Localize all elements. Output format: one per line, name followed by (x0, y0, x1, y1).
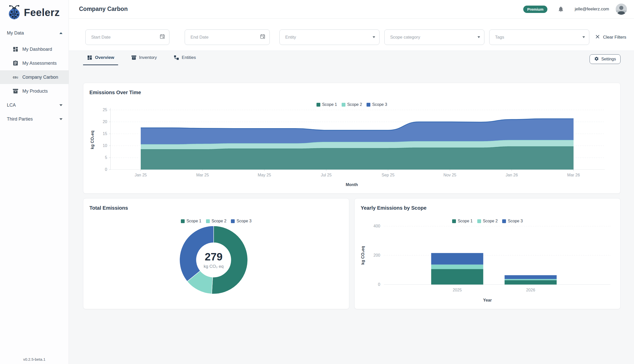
calendar-icon (260, 34, 265, 41)
co2-icon: co₂ (12, 74, 19, 80)
svg-text:Nov 25: Nov 25 (443, 173, 456, 177)
svg-text:Jan 26: Jan 26 (506, 173, 518, 177)
brand-logo[interactable]: Feelerz (8, 4, 60, 21)
svg-text:Jul 25: Jul 25 (321, 173, 332, 177)
avatar[interactable] (616, 4, 627, 15)
archive-box-icon (12, 88, 19, 94)
filter-toolbar: Entity Scope category Tags Clear Filters (69, 19, 634, 51)
gear-icon (594, 56, 599, 62)
stacked-area-chart: 0510152025Jan 25Mar 25May 25Jul 25Sep 25… (83, 83, 621, 194)
tab-label: Overview (95, 55, 114, 60)
sidebar-item-my-products[interactable]: My Products (0, 84, 69, 98)
clear-filters-label: Clear Filters (603, 35, 626, 40)
yearly-emissions-card: Yearly Emissions by Scope Scope 1 Scope … (354, 198, 621, 309)
tags-select-value: Tags (495, 35, 582, 40)
nav-item-label: Company Carbon (22, 75, 58, 80)
svg-text:Sep 25: Sep 25 (382, 173, 394, 177)
y-axis-label: kg CO₂eq (361, 246, 365, 265)
nav-item-label: My Dashboard (22, 47, 52, 52)
page-title: Company Carbon (79, 6, 128, 12)
sidebar-item-my-dashboard[interactable]: My Dashboard (0, 42, 69, 56)
archive-box-icon (131, 55, 137, 60)
total-emissions-unit: kg CO₂ eq (204, 264, 224, 269)
emissions-over-time-card: Emissions Over Time Scope 1 Scope 2 Scop… (83, 83, 621, 194)
tabs-row: Overview Inventory Entities (69, 51, 634, 70)
svg-text:10: 10 (103, 143, 107, 148)
svg-text:25: 25 (103, 108, 107, 112)
brand-name: Feelerz (24, 7, 60, 18)
sidebar-item-company-carbon[interactable]: co₂ Company Carbon (0, 70, 69, 84)
entity-select-value: Entity (285, 35, 373, 40)
dashboard-grid-icon (87, 55, 92, 60)
sidebar: Feelerz My Data My Dashboard My Assessme… (0, 0, 69, 364)
top-header: Company Carbon Premium jelle@feelerz.com (69, 0, 634, 19)
clear-filters-button[interactable]: Clear Filters (595, 29, 626, 45)
end-date-field[interactable] (191, 35, 260, 40)
scope-category-select[interactable]: Scope category (384, 29, 484, 45)
y-axis-label: kg CO₂eq (90, 131, 95, 149)
total-emissions-value: 279 (204, 251, 224, 263)
premium-badge: Premium (523, 6, 547, 13)
svg-text:400: 400 (373, 224, 380, 228)
svg-text:May 25: May 25 (258, 173, 271, 177)
tab-label: Entities (182, 55, 196, 60)
clipboard-icon (12, 60, 19, 67)
svg-text:15: 15 (103, 131, 107, 136)
close-icon (595, 34, 600, 40)
app-version: v0.2.5-beta.1 (0, 357, 69, 361)
svg-text:200: 200 (373, 253, 380, 257)
ladybug-logo-icon (8, 4, 21, 21)
tab-inventory[interactable]: Inventory (127, 51, 161, 65)
x-axis-label: Year (355, 298, 620, 303)
start-date-input[interactable] (85, 29, 169, 45)
tab-label: Inventory (139, 55, 157, 60)
svg-text:Jan 25: Jan 25 (135, 173, 147, 177)
tab-overview[interactable]: Overview (83, 51, 118, 65)
svg-text:Mar 25: Mar 25 (196, 173, 209, 177)
svg-text:0: 0 (105, 167, 107, 172)
chevron-up-icon (59, 32, 62, 34)
sidebar-group-lca[interactable]: LCA (0, 101, 69, 110)
scope-category-select-value: Scope category (390, 35, 478, 40)
settings-label: Settings (601, 57, 616, 61)
donut-center: 279 kg CO₂ eq (204, 251, 224, 269)
group-label: My Data (7, 30, 24, 36)
chevron-down-icon (373, 36, 375, 38)
total-emissions-card: Total Emissions Scope 1 Scope 2 Scope 3 … (83, 198, 349, 309)
entity-select[interactable]: Entity (279, 29, 379, 45)
svg-text:0: 0 (378, 282, 380, 287)
main-content: Overview Inventory Entities (69, 51, 634, 364)
tags-select[interactable]: Tags (489, 29, 589, 45)
stacked-bar-chart: 020040020252026 (355, 198, 621, 309)
header-right-cluster: Premium jelle@feelerz.com (523, 0, 627, 18)
svg-text:20: 20 (103, 120, 107, 124)
x-axis-label: Month (83, 183, 620, 187)
chevron-down-icon (59, 104, 62, 106)
nav-item-label: My Products (22, 89, 48, 94)
hierarchy-icon (174, 55, 179, 60)
user-email[interactable]: jelle@feelerz.com (575, 7, 609, 12)
tab-entities[interactable]: Entities (170, 51, 200, 65)
group-label: Third Parties (7, 117, 33, 122)
sidebar-group-my-data[interactable]: My Data (0, 28, 69, 38)
sidebar-item-my-assessments[interactable]: My Assessments (0, 56, 69, 70)
chevron-down-icon (582, 36, 585, 38)
svg-text:5: 5 (105, 155, 107, 160)
chevron-down-icon (478, 36, 480, 38)
svg-text:Mar 26: Mar 26 (567, 173, 580, 177)
nav-item-label: My Assessments (22, 61, 57, 66)
settings-button[interactable]: Settings (590, 54, 621, 64)
group-label: LCA (7, 103, 16, 108)
notifications-bell-icon[interactable] (558, 6, 564, 12)
calendar-icon (160, 34, 165, 41)
end-date-input[interactable] (185, 29, 270, 45)
dashboard-grid-icon (12, 46, 19, 53)
sidebar-group-third-parties[interactable]: Third Parties (0, 114, 69, 124)
svg-text:2026: 2026 (526, 288, 535, 292)
chevron-down-icon (59, 118, 62, 120)
svg-text:2025: 2025 (453, 288, 462, 292)
start-date-field[interactable] (91, 35, 160, 40)
